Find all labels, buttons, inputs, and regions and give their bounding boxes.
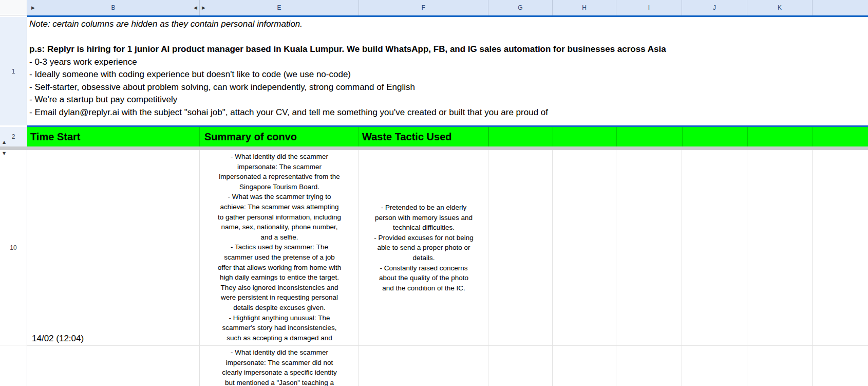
hidden-column-a-expand-icon[interactable]: ▶ (31, 0, 35, 15)
cell-time-start-row10[interactable]: 14/02 (12:04) (32, 334, 84, 344)
gridline-vertical (616, 127, 617, 146)
cell-waste-tactic-row10[interactable]: - Pretended to be an elderly person with… (361, 203, 486, 295)
row-header-1[interactable]: 1 (0, 17, 27, 125)
table-header-row: Time Start Summary of convo Waste Tactic… (27, 127, 868, 146)
gridline-vertical (199, 150, 200, 386)
column-letter: H (582, 4, 587, 11)
column-letter: B (111, 4, 115, 11)
gridline-vertical (682, 127, 683, 146)
frozen-header-border (27, 15, 868, 17)
gridline-vertical (358, 150, 359, 386)
gridline-vertical (682, 150, 682, 386)
column-letter: J (713, 4, 716, 11)
gridline-vertical (616, 150, 616, 386)
row-number: 1 (12, 68, 15, 75)
note-line: - Ideally someone with coding experience… (29, 68, 666, 81)
note-line: Note: certain columns are hidden as they… (29, 18, 666, 31)
column-letter: K (778, 4, 782, 11)
column-letter: F (422, 4, 425, 11)
note-line: - We're a startup but pay competitively (29, 94, 666, 106)
row-header-11[interactable] (0, 345, 27, 386)
column-header-b[interactable]: ▶ B ◀ (27, 0, 200, 15)
column-letter: I (648, 4, 650, 11)
header-cell-summary[interactable]: Summary of convo (200, 127, 359, 146)
cell-summary-row11[interactable]: - What identity did the scammer imperson… (202, 347, 357, 386)
gridline-vertical (747, 150, 747, 386)
note-line: p.s: Replyr is hiring for 1 junior AI pr… (29, 43, 666, 56)
column-letter: G (518, 4, 522, 11)
cell-summary-row10[interactable]: - What identity did the scammer imperson… (202, 152, 357, 345)
gridline-vertical (813, 127, 813, 146)
hidden-rows-expand-down-icon[interactable]: ▼ (1, 151, 7, 156)
row-number: 2 (12, 133, 15, 140)
column-header-h[interactable]: H (553, 0, 616, 15)
header-cell-time-start[interactable]: Time Start (27, 127, 200, 146)
column-header-g[interactable]: G (488, 0, 553, 15)
header-cell-waste-tactic[interactable]: Waste Tactic Used (359, 127, 488, 146)
column-header-i[interactable]: I (616, 0, 682, 15)
gridline-vertical (488, 150, 488, 386)
column-header-j[interactable]: J (682, 0, 747, 15)
column-header-partial[interactable] (813, 0, 868, 15)
gridline-vertical (812, 150, 813, 386)
column-header-e[interactable]: ▶ E (200, 0, 359, 15)
row-number: 10 (10, 244, 16, 251)
note-line: - 0-3 years work experience (29, 56, 666, 69)
row-header-10[interactable]: 10 (0, 150, 27, 345)
column-letter: E (277, 4, 281, 11)
gridline-horizontal (27, 345, 868, 346)
note-line: - Self-starter, obsessive about problem … (29, 81, 666, 94)
frozen-rows-divider[interactable] (0, 146, 868, 150)
hidden-rows-expand-up-icon[interactable]: ▲ (1, 139, 7, 145)
gridline-vertical (747, 127, 748, 146)
gridline-vertical (488, 127, 489, 146)
column-header-f[interactable]: F (359, 0, 488, 15)
column-header-k[interactable]: K (747, 0, 813, 15)
hidden-columns-cd-expand-left-icon[interactable]: ◀ (194, 0, 197, 15)
note-line (29, 31, 666, 44)
spreadsheet-viewport: ▶ B ◀ ▶ E F G H I J K 1 2 10 ▲ ▼ Note: c… (0, 0, 868, 386)
select-all-corner[interactable] (0, 0, 27, 15)
hidden-columns-cd-expand-right-icon[interactable]: ▶ (202, 0, 205, 15)
cell-b1-note[interactable]: Note: certain columns are hidden as they… (29, 18, 666, 119)
note-line: - Email dylan@replyr.ai with the subject… (29, 106, 666, 119)
gridline-vertical (553, 127, 553, 146)
gridline-vertical (552, 150, 553, 386)
